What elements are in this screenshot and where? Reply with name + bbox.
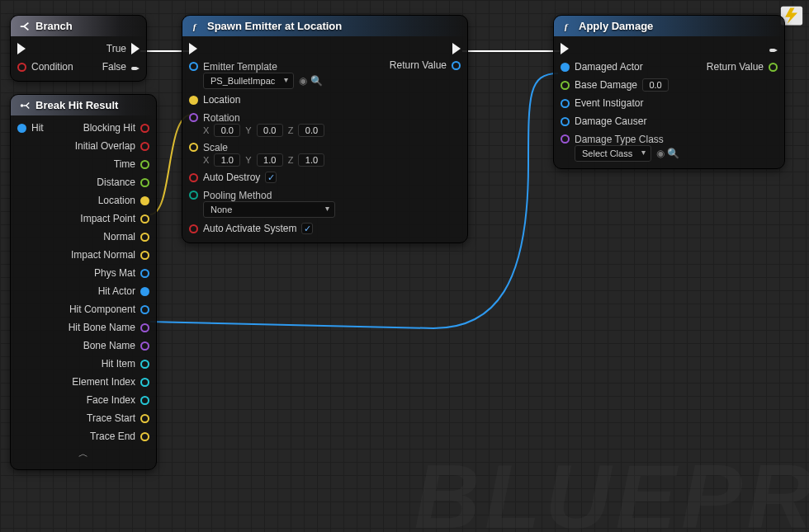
exec-out-pin[interactable] [452, 43, 461, 54]
collapse-toggle[interactable]: ︿ [11, 445, 156, 464]
auto-activate-checkbox[interactable]: ✓ [301, 223, 313, 234]
pin-label: Damage Type Class [575, 132, 679, 145]
scale-x-input[interactable] [214, 153, 240, 167]
out-pin[interactable] [140, 396, 149, 405]
watermark: BLUEPR [414, 444, 809, 532]
rotation-z-input[interactable] [298, 124, 324, 137]
branch-icon [19, 21, 31, 32]
out-pin[interactable] [140, 360, 149, 369]
pin-label: Return Value [707, 61, 764, 73]
node-title: Spawn Emitter at Location [207, 20, 342, 32]
pin-label: Location [98, 195, 135, 206]
asset-helper-icons[interactable]: ◉ 🔍 [299, 75, 322, 87]
pin-label: Hit Component [69, 304, 135, 315]
pin-label: Hit [31, 122, 44, 134]
exec-out-pin[interactable] [769, 43, 778, 54]
damage-causer-pin[interactable] [561, 117, 570, 126]
location-pin[interactable] [189, 96, 198, 105]
pin-label: Location [203, 94, 240, 106]
node-spawn-emitter[interactable]: f Spawn Emitter at Location Emitter Temp… [182, 15, 468, 243]
rotation-x-input[interactable] [214, 124, 240, 137]
node-header: f Spawn Emitter at Location [182, 16, 467, 36]
location-out-pin[interactable] [140, 196, 149, 205]
node-branch[interactable]: Branch True Condition False [10, 15, 147, 82]
out-pin[interactable] [140, 178, 149, 187]
condition-pin[interactable] [17, 63, 26, 72]
out-pin[interactable] [140, 414, 149, 423]
hit-in-pin[interactable] [17, 124, 26, 133]
node-header: Branch [11, 16, 146, 36]
exec-in-pin[interactable] [17, 43, 26, 54]
out-pin[interactable] [140, 378, 149, 387]
out-pin[interactable] [140, 233, 149, 242]
damage-type-class-pin[interactable] [561, 134, 570, 144]
exec-in-pin[interactable] [189, 43, 197, 54]
scale-y-input[interactable] [257, 153, 283, 167]
pin-label: Impact Normal [71, 249, 135, 261]
pin-label: Blocking Hit [83, 122, 135, 134]
node-header: f Apply Damage [554, 16, 784, 36]
rotation-pin[interactable] [189, 113, 198, 122]
pin-label: Scale [203, 140, 324, 153]
out-pin[interactable] [140, 305, 149, 314]
pin-label: Base Damage [575, 79, 637, 91]
damaged-actor-pin[interactable] [561, 63, 570, 72]
node-header: Break Hit Result [11, 95, 156, 115]
out-pin[interactable] [140, 432, 149, 441]
out-pin[interactable] [140, 251, 149, 260]
pooling-method-select[interactable]: None [203, 201, 335, 218]
pin-label: Time [114, 158, 135, 170]
hit-actor-out-pin[interactable] [140, 287, 149, 296]
auto-destroy-pin[interactable] [189, 173, 198, 182]
pin-label: Auto Activate System [203, 223, 296, 234]
return-value-pin[interactable] [452, 61, 461, 70]
function-icon: f [562, 21, 574, 32]
node-title: Branch [35, 20, 73, 32]
auto-activate-pin[interactable] [189, 224, 198, 233]
out-pin[interactable] [140, 160, 149, 169]
out-pin[interactable] [140, 214, 149, 224]
node-title: Apply Damage [579, 20, 653, 32]
asset-helper-icons[interactable]: ◉ 🔍 [656, 148, 679, 159]
out-pin[interactable] [140, 142, 149, 151]
exec-out-true-pin[interactable] [131, 43, 140, 54]
exec-in-pin[interactable] [561, 43, 569, 54]
node-apply-damage[interactable]: f Apply Damage Damaged Actor Return Valu… [553, 15, 785, 169]
pin-label: Damaged Actor [575, 61, 643, 73]
pin-label: Pooling Method [203, 188, 335, 201]
pooling-method-pin[interactable] [189, 191, 198, 200]
pin-label: Normal [103, 231, 135, 242]
scale-z-input[interactable] [298, 153, 324, 167]
pin-label: Trace Start [87, 412, 135, 424]
pin-label: Impact Point [80, 213, 135, 224]
svg-point-1 [21, 104, 24, 107]
out-pin[interactable] [140, 323, 149, 332]
node-title: Break Hit Result [35, 99, 118, 111]
return-value-pin[interactable] [769, 63, 778, 72]
pin-label: Face Index [87, 394, 135, 406]
pin-label: Initial Overlap [75, 140, 135, 152]
base-damage-input[interactable] [642, 78, 669, 92]
base-damage-pin[interactable] [561, 81, 570, 90]
emitter-template-select[interactable]: PS_BulletImpac [203, 73, 294, 89]
pin-label: Element Index [72, 376, 135, 388]
pin-label: Phys Mat [94, 267, 135, 279]
node-break-hit-result[interactable]: Break Hit Result Hit Blocking Hit Initia… [10, 94, 157, 470]
struct-break-icon [19, 100, 31, 111]
pin-label: False [102, 61, 126, 73]
out-pin[interactable] [140, 124, 149, 133]
pin-label: Event Instigator [575, 97, 643, 109]
pin-label: Bone Name [83, 340, 135, 351]
pin-label: Hit Actor [98, 285, 135, 297]
scale-pin[interactable] [189, 143, 198, 152]
pin-label: Distance [97, 177, 135, 188]
auto-destroy-checkbox[interactable]: ✓ [265, 172, 277, 183]
out-pin[interactable] [140, 341, 149, 351]
emitter-template-pin[interactable] [189, 62, 198, 71]
exec-out-false-pin[interactable] [131, 61, 140, 73]
damage-type-class-select[interactable]: Select Class [575, 145, 651, 162]
out-pin[interactable] [140, 269, 149, 278]
svg-text:f: f [193, 21, 197, 31]
event-instigator-pin[interactable] [561, 99, 570, 108]
rotation-y-input[interactable] [257, 124, 283, 137]
